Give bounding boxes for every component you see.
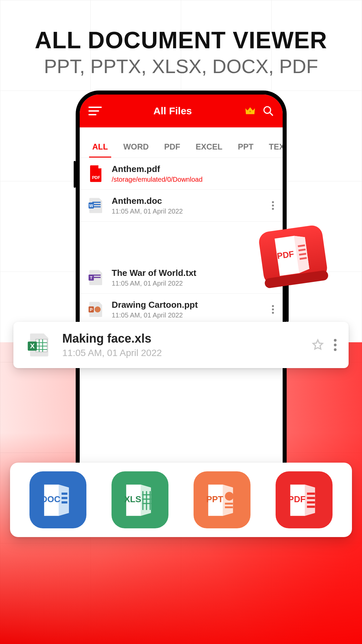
more-icon[interactable]: [272, 305, 274, 314]
xls-tile[interactable]: XLS: [112, 471, 168, 528]
svg-rect-38: [225, 507, 233, 508]
more-icon[interactable]: [272, 201, 274, 210]
file-name: Anthem.pdf: [112, 164, 274, 174]
tab-all[interactable]: ALL: [90, 142, 111, 152]
svg-text:PPT: PPT: [206, 494, 223, 504]
svg-text:X: X: [30, 342, 35, 350]
svg-text:T: T: [90, 276, 92, 280]
file-name: Drawing Cartoon.ppt: [112, 300, 272, 310]
svg-rect-43: [307, 506, 315, 508]
svg-text:W: W: [89, 203, 93, 208]
tab-word[interactable]: WORD: [121, 142, 151, 152]
svg-text:PDF: PDF: [288, 494, 306, 504]
svg-point-36: [225, 492, 234, 501]
file-name: Making face.xls: [62, 332, 311, 346]
format-icon-strip: DOC XLS PPT PDF: [10, 463, 352, 537]
app-title: All Files: [108, 105, 238, 117]
svg-text:DOC: DOC: [41, 494, 60, 504]
app-header: All Files: [80, 95, 283, 127]
svg-text:PDF: PDF: [92, 175, 100, 180]
tab-ppt[interactable]: PPT: [235, 142, 256, 152]
promo-headline: ALL DOCUMENT VIEWER PPT, PPTX, XLSX, DOC…: [0, 27, 362, 77]
menu-icon[interactable]: [88, 107, 102, 115]
svg-rect-33: [61, 501, 67, 504]
tab-text[interactable]: TEXT: [266, 142, 283, 152]
svg-line-2: [270, 112, 273, 115]
svg-rect-32: [61, 497, 67, 499]
file-meta: 11:05 AM, 01 April 2022: [112, 280, 272, 287]
crown-icon[interactable]: [244, 105, 257, 117]
tab-excel[interactable]: EXCEL: [193, 142, 225, 152]
file-meta: 11:05 AM, 01 April 2022: [62, 348, 311, 358]
svg-rect-21: [36, 339, 47, 352]
doc-tile[interactable]: DOC: [29, 471, 86, 528]
xls-file-icon: X: [25, 331, 53, 359]
more-icon[interactable]: [334, 339, 337, 351]
pdf-file-icon: PDF: [86, 164, 106, 183]
svg-rect-31: [61, 492, 67, 495]
headline-title: ALL DOCUMENT VIEWER: [0, 27, 362, 54]
svg-rect-37: [225, 503, 233, 505]
svg-point-0: [249, 111, 251, 112]
pdf-tile[interactable]: PDF: [276, 471, 333, 528]
svg-text:XLS: XLS: [124, 494, 141, 504]
txt-file-icon: T: [86, 268, 106, 287]
file-name: Anthem.doc: [112, 196, 272, 206]
highlighted-file-card[interactable]: X Making face.xls 11:05 AM, 01 April 202…: [13, 322, 349, 368]
list-item[interactable]: W Anthem.doc 11:05 AM, 01 April 2022: [80, 190, 283, 222]
list-item[interactable]: T The War of World.txt 11:05 AM, 01 Apri…: [80, 262, 283, 294]
svg-rect-42: [307, 501, 315, 504]
svg-rect-41: [307, 497, 315, 499]
ppt-tile[interactable]: PPT: [194, 471, 250, 528]
tab-pdf[interactable]: PDF: [161, 142, 183, 152]
file-meta: 11:05 AM, 01 April 2022: [112, 208, 272, 215]
file-type-tabs: ALL WORD PDF EXCEL PPT TEXT: [80, 127, 283, 158]
svg-point-14: [94, 306, 100, 312]
ppt-file-icon: P: [86, 300, 106, 319]
search-icon[interactable]: [263, 105, 274, 117]
file-meta: 11:05 AM, 01 April 2022: [112, 311, 272, 319]
svg-text:P: P: [90, 307, 92, 312]
pdf-3d-tile: PDF: [253, 217, 333, 293]
svg-rect-40: [307, 492, 315, 495]
file-name: The War of World.txt: [112, 268, 272, 278]
list-item[interactable]: PDF Anthem.pdf /storage/emulated/0/Downl…: [80, 158, 283, 190]
star-icon[interactable]: [311, 338, 324, 352]
doc-file-icon: W: [86, 196, 106, 215]
list-item[interactable]: P Drawing Cartoon.ppt 11:05 AM, 01 April…: [80, 294, 283, 326]
file-meta: /storage/emulated/0/Download: [112, 176, 274, 183]
headline-subtitle: PPT, PPTX, XLSX, DOCX, PDF: [0, 55, 362, 77]
